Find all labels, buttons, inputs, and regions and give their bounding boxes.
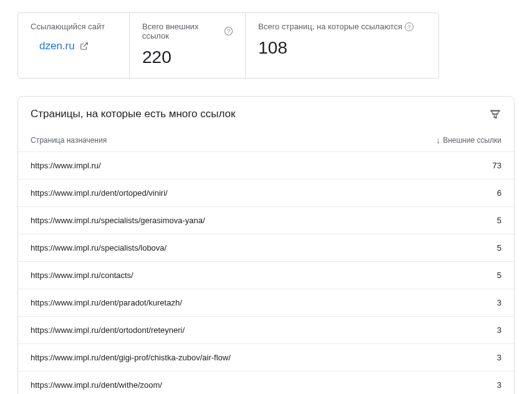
row-url: https://www.impl.ru/dent/paradot/kuretaz… (31, 298, 182, 307)
filter-icon[interactable] (489, 108, 501, 120)
help-icon[interactable]: ? (405, 22, 414, 31)
row-url: https://www.impl.ru/contacts/ (31, 271, 133, 280)
sort-arrow-down-icon: ↓ (436, 135, 440, 145)
svg-rect-1 (491, 110, 500, 112)
stat-value-external: 220 (142, 47, 233, 68)
stat-label-pages-text: Всего страниц, на которые ссылаются (258, 22, 402, 31)
table-row[interactable]: https://www.impl.ru/specialists/lobova/5 (18, 234, 514, 261)
row-count: 3 (497, 298, 501, 307)
row-url: https://www.impl.ru/dent/withe/zoom/ (31, 380, 162, 390)
site-link-text: dzen.ru (39, 40, 75, 52)
row-url: https://www.impl.ru/specialists/lobova/ (31, 243, 167, 252)
table-row[interactable]: https://www.impl.ru/dent/withe/zoom/3 (18, 371, 514, 394)
row-url: https://www.impl.ru/ (31, 161, 101, 170)
row-count: 3 (497, 325, 501, 335)
row-count: 6 (497, 188, 501, 198)
stat-label-external-text: Всего внешних ссылок (142, 22, 222, 41)
table-row[interactable]: https://www.impl.ru/specialists/gerasimo… (18, 206, 514, 234)
row-count: 5 (497, 271, 501, 280)
table-column-headers: Страница назначения ↓ Внешние ссылки (18, 129, 514, 151)
table-title: Страницы, на которые есть много ссылок (31, 108, 236, 120)
row-count: 5 (497, 243, 501, 252)
stat-label-site-text: Ссылающийся сайт (31, 22, 105, 31)
stat-card-site: Ссылающийся сайт dzen.ru (17, 12, 130, 79)
site-link[interactable]: dzen.ru (39, 40, 117, 52)
row-url: https://www.impl.ru/dent/gigi-prof/chist… (31, 353, 231, 362)
help-icon[interactable]: ? (225, 27, 233, 36)
stat-label-site: Ссылающийся сайт (31, 22, 117, 31)
column-header-links-text: Внешние ссылки (443, 136, 501, 145)
row-url: https://www.impl.ru/specialists/gerasimo… (31, 216, 205, 225)
table-row[interactable]: https://www.impl.ru/dent/ortoped/viniri/… (18, 179, 514, 206)
svg-rect-3 (494, 117, 497, 118)
stats-row: Ссылающийся сайт dzen.ru Всего внешних с… (17, 12, 515, 79)
stat-card-total-pages: Всего страниц, на которые ссылаются ? 10… (246, 12, 439, 79)
svg-line-0 (84, 43, 87, 47)
table-row[interactable]: https://www.impl.ru/dent/gigi-prof/chist… (18, 344, 514, 371)
table-body: https://www.impl.ru/73https://www.impl.r… (18, 151, 514, 394)
row-count: 73 (493, 161, 501, 170)
table-header: Страницы, на которые есть много ссылок (18, 97, 514, 129)
row-count: 5 (497, 216, 501, 225)
row-count: 3 (497, 353, 501, 362)
table-card: Страницы, на которые есть много ссылок С… (17, 96, 515, 394)
row-count: 3 (497, 380, 501, 390)
column-header-page[interactable]: Страница назначения (31, 136, 107, 145)
stat-value-pages: 108 (258, 37, 426, 59)
table-row[interactable]: https://www.impl.ru/dent/paradot/kuretaz… (18, 289, 514, 316)
table-row[interactable]: https://www.impl.ru/73 (18, 151, 514, 179)
external-link-icon (80, 42, 89, 50)
row-url: https://www.impl.ru/dent/ortoped/viniri/ (31, 188, 168, 198)
stat-card-external-links: Всего внешних ссылок ? 220 (130, 12, 246, 79)
stat-label-pages: Всего страниц, на которые ссылаются ? (258, 22, 426, 31)
stat-label-external: Всего внешних ссылок ? (142, 22, 233, 41)
table-row[interactable]: https://www.impl.ru/dent/ortodont/reteyn… (18, 316, 514, 344)
row-url: https://www.impl.ru/dent/ortodont/reteyn… (31, 325, 185, 335)
svg-rect-2 (492, 113, 498, 115)
column-header-links[interactable]: ↓ Внешние ссылки (436, 135, 501, 145)
table-row[interactable]: https://www.impl.ru/contacts/5 (18, 261, 514, 289)
